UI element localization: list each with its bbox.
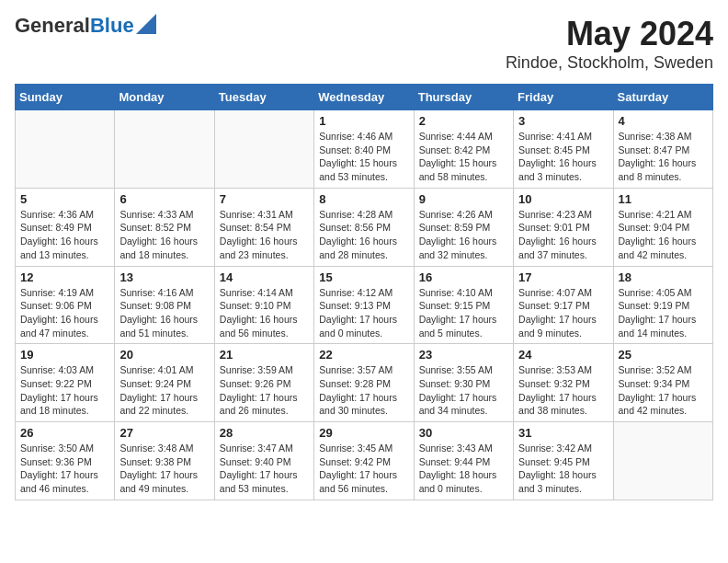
- calendar-cell: 18Sunrise: 4:05 AM Sunset: 9:19 PM Dayli…: [613, 266, 712, 344]
- day-info: Sunrise: 4:31 AM Sunset: 8:54 PM Dayligh…: [220, 208, 309, 262]
- page-title: May 2024: [506, 15, 713, 53]
- day-info: Sunrise: 4:07 AM Sunset: 9:17 PM Dayligh…: [518, 286, 608, 340]
- day-info: Sunrise: 3:43 AM Sunset: 9:44 PM Dayligh…: [419, 442, 508, 496]
- day-number: 13: [119, 270, 209, 284]
- day-number: 28: [220, 426, 309, 440]
- page-header: GeneralBlue May 2024 Rindoe, Stockholm, …: [15, 15, 713, 73]
- calendar-cell: 22Sunrise: 3:57 AM Sunset: 9:28 PM Dayli…: [314, 344, 414, 422]
- day-info: Sunrise: 4:10 AM Sunset: 9:15 PM Dayligh…: [419, 286, 508, 340]
- day-number: 16: [419, 270, 508, 284]
- day-info: Sunrise: 4:19 AM Sunset: 9:06 PM Dayligh…: [20, 286, 109, 340]
- calendar-cell: 4Sunrise: 4:38 AM Sunset: 8:47 PM Daylig…: [613, 110, 712, 189]
- calendar-day-header: Friday: [514, 85, 613, 110]
- day-number: 5: [20, 192, 109, 206]
- day-info: Sunrise: 3:55 AM Sunset: 9:30 PM Dayligh…: [419, 363, 508, 418]
- day-info: Sunrise: 4:14 AM Sunset: 9:10 PM Dayligh…: [220, 286, 309, 340]
- day-number: 1: [319, 114, 408, 128]
- day-number: 2: [419, 114, 508, 128]
- calendar-cell: 11Sunrise: 4:21 AM Sunset: 9:04 PM Dayli…: [613, 188, 712, 266]
- day-number: 4: [619, 114, 708, 128]
- calendar-cell: [214, 110, 313, 189]
- calendar-cell: 31Sunrise: 3:42 AM Sunset: 9:45 PM Dayli…: [514, 422, 613, 500]
- calendar-cell: 25Sunrise: 3:52 AM Sunset: 9:34 PM Dayli…: [613, 344, 712, 422]
- day-number: 9: [419, 192, 508, 206]
- day-info: Sunrise: 3:50 AM Sunset: 9:36 PM Dayligh…: [20, 442, 109, 496]
- day-number: 15: [319, 270, 408, 284]
- day-number: 24: [518, 348, 608, 362]
- day-number: 6: [119, 192, 209, 206]
- day-info: Sunrise: 4:05 AM Sunset: 9:19 PM Dayligh…: [619, 286, 708, 340]
- day-number: 7: [220, 192, 309, 206]
- calendar-day-header: Sunday: [16, 85, 115, 110]
- calendar-cell: 29Sunrise: 3:45 AM Sunset: 9:42 PM Dayli…: [314, 422, 414, 500]
- calendar-header-row: SundayMondayTuesdayWednesdayThursdayFrid…: [16, 85, 713, 110]
- day-number: 20: [119, 348, 209, 362]
- day-info: Sunrise: 3:42 AM Sunset: 9:45 PM Dayligh…: [518, 442, 608, 496]
- calendar-cell: 30Sunrise: 3:43 AM Sunset: 9:44 PM Dayli…: [414, 422, 513, 500]
- title-area: May 2024 Rindoe, Stockholm, Sweden: [506, 15, 713, 73]
- logo-icon: [136, 14, 156, 34]
- calendar-cell: 9Sunrise: 4:26 AM Sunset: 8:59 PM Daylig…: [414, 188, 513, 266]
- day-info: Sunrise: 4:36 AM Sunset: 8:49 PM Dayligh…: [20, 208, 109, 262]
- day-number: 17: [518, 270, 608, 284]
- day-number: 18: [619, 270, 708, 284]
- calendar-cell: 15Sunrise: 4:12 AM Sunset: 9:13 PM Dayli…: [314, 266, 414, 344]
- day-number: 26: [20, 426, 109, 440]
- day-number: 21: [220, 348, 309, 362]
- logo-text: GeneralBlue: [15, 15, 134, 37]
- day-info: Sunrise: 3:52 AM Sunset: 9:34 PM Dayligh…: [619, 363, 708, 418]
- calendar-week-row: 1Sunrise: 4:46 AM Sunset: 8:40 PM Daylig…: [16, 110, 713, 189]
- day-info: Sunrise: 4:21 AM Sunset: 9:04 PM Dayligh…: [619, 208, 708, 262]
- day-number: 11: [619, 192, 708, 206]
- day-info: Sunrise: 4:01 AM Sunset: 9:24 PM Dayligh…: [119, 363, 209, 418]
- calendar-cell: 26Sunrise: 3:50 AM Sunset: 9:36 PM Dayli…: [16, 422, 115, 500]
- calendar-week-row: 19Sunrise: 4:03 AM Sunset: 9:22 PM Dayli…: [16, 344, 713, 422]
- calendar-cell: 14Sunrise: 4:14 AM Sunset: 9:10 PM Dayli…: [214, 266, 313, 344]
- calendar-cell: 23Sunrise: 3:55 AM Sunset: 9:30 PM Dayli…: [414, 344, 513, 422]
- page-subtitle: Rindoe, Stockholm, Sweden: [506, 53, 713, 73]
- calendar-day-header: Saturday: [613, 85, 712, 110]
- day-info: Sunrise: 3:59 AM Sunset: 9:26 PM Dayligh…: [220, 363, 309, 418]
- day-info: Sunrise: 4:38 AM Sunset: 8:47 PM Dayligh…: [619, 130, 708, 184]
- day-number: 14: [220, 270, 309, 284]
- day-info: Sunrise: 4:33 AM Sunset: 8:52 PM Dayligh…: [119, 208, 209, 262]
- calendar-cell: 19Sunrise: 4:03 AM Sunset: 9:22 PM Dayli…: [16, 344, 115, 422]
- day-number: 31: [518, 426, 608, 440]
- day-info: Sunrise: 4:46 AM Sunset: 8:40 PM Dayligh…: [319, 130, 408, 184]
- calendar-cell: [115, 110, 214, 189]
- calendar-cell: 16Sunrise: 4:10 AM Sunset: 9:15 PM Dayli…: [414, 266, 513, 344]
- calendar-day-header: Wednesday: [314, 85, 414, 110]
- day-info: Sunrise: 4:16 AM Sunset: 9:08 PM Dayligh…: [119, 286, 209, 340]
- day-number: 8: [319, 192, 408, 206]
- calendar-cell: 2Sunrise: 4:44 AM Sunset: 8:42 PM Daylig…: [414, 110, 513, 189]
- calendar-week-row: 12Sunrise: 4:19 AM Sunset: 9:06 PM Dayli…: [16, 266, 713, 344]
- day-number: 3: [518, 114, 608, 128]
- day-number: 10: [518, 192, 608, 206]
- calendar-day-header: Tuesday: [214, 85, 313, 110]
- calendar-cell: 10Sunrise: 4:23 AM Sunset: 9:01 PM Dayli…: [514, 188, 613, 266]
- calendar-cell: 28Sunrise: 3:47 AM Sunset: 9:40 PM Dayli…: [214, 422, 313, 500]
- day-number: 27: [119, 426, 209, 440]
- calendar-cell: 20Sunrise: 4:01 AM Sunset: 9:24 PM Dayli…: [115, 344, 214, 422]
- calendar-cell: 21Sunrise: 3:59 AM Sunset: 9:26 PM Dayli…: [214, 344, 313, 422]
- day-info: Sunrise: 4:41 AM Sunset: 8:45 PM Dayligh…: [518, 130, 608, 184]
- calendar-table: SundayMondayTuesdayWednesdayThursdayFrid…: [15, 84, 713, 500]
- day-info: Sunrise: 3:57 AM Sunset: 9:28 PM Dayligh…: [319, 363, 408, 418]
- calendar-day-header: Monday: [115, 85, 214, 110]
- day-info: Sunrise: 4:26 AM Sunset: 8:59 PM Dayligh…: [419, 208, 508, 262]
- calendar-cell: 24Sunrise: 3:53 AM Sunset: 9:32 PM Dayli…: [514, 344, 613, 422]
- calendar-week-row: 26Sunrise: 3:50 AM Sunset: 9:36 PM Dayli…: [16, 422, 713, 500]
- calendar-cell: [613, 422, 712, 500]
- day-number: 22: [319, 348, 408, 362]
- calendar-week-row: 5Sunrise: 4:36 AM Sunset: 8:49 PM Daylig…: [16, 188, 713, 266]
- calendar-day-header: Thursday: [414, 85, 513, 110]
- day-number: 19: [20, 348, 109, 362]
- day-info: Sunrise: 3:48 AM Sunset: 9:38 PM Dayligh…: [119, 442, 209, 496]
- calendar-cell: 3Sunrise: 4:41 AM Sunset: 8:45 PM Daylig…: [514, 110, 613, 189]
- day-info: Sunrise: 4:12 AM Sunset: 9:13 PM Dayligh…: [319, 286, 408, 340]
- calendar-cell: 27Sunrise: 3:48 AM Sunset: 9:38 PM Dayli…: [115, 422, 214, 500]
- calendar-cell: 7Sunrise: 4:31 AM Sunset: 8:54 PM Daylig…: [214, 188, 313, 266]
- day-info: Sunrise: 4:23 AM Sunset: 9:01 PM Dayligh…: [518, 208, 608, 262]
- calendar-cell: 8Sunrise: 4:28 AM Sunset: 8:56 PM Daylig…: [314, 188, 414, 266]
- calendar-cell: 12Sunrise: 4:19 AM Sunset: 9:06 PM Dayli…: [16, 266, 115, 344]
